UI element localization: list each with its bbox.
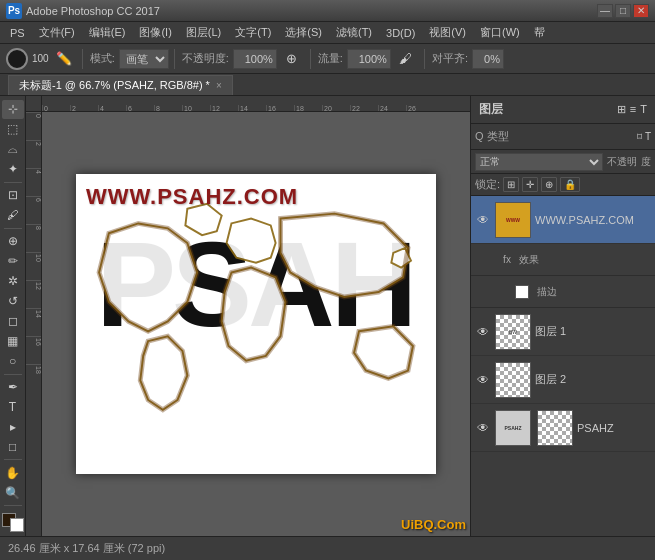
menu-3d[interactable]: 3D(D) bbox=[380, 25, 421, 41]
artwork-url-text: WWW.PSAHZ.COM bbox=[86, 184, 298, 210]
layer-info-psahz: PSAHZ bbox=[577, 422, 651, 434]
menu-view[interactable]: 视图(V) bbox=[423, 23, 472, 42]
brush-type-icon[interactable]: ✏️ bbox=[51, 46, 77, 72]
airbrush-icon[interactable]: 🖌 bbox=[393, 46, 419, 72]
menu-filter[interactable]: 滤镜(T) bbox=[330, 23, 378, 42]
layer-visibility-psahz[interactable]: 👁 bbox=[475, 420, 491, 436]
tool-path-select[interactable]: ▸ bbox=[2, 417, 24, 436]
artwork: WWW.PSAHZ.COM PSAH bbox=[76, 174, 436, 474]
tool-move[interactable]: ⊹ bbox=[2, 100, 24, 119]
stroke-label: 描边 bbox=[537, 285, 557, 299]
opacity-input[interactable] bbox=[233, 49, 277, 69]
tab-close-button[interactable]: × bbox=[216, 80, 222, 91]
tool-eyedropper[interactable]: 🖋 bbox=[2, 206, 24, 225]
menu-select[interactable]: 选择(S) bbox=[279, 23, 328, 42]
layer-name-2: 图层 2 bbox=[535, 372, 651, 387]
main-area: ⊹ ⬚ ⌓ ✦ ⊡ 🖋 ⊕ ✏ ✲ ↺ ◻ ▦ ○ ✒ T ▸ □ ✋ 🔍 bbox=[0, 96, 655, 536]
align-input[interactable] bbox=[472, 49, 504, 69]
rh-16: 16 bbox=[266, 105, 294, 112]
tool-gradient[interactable]: ▦ bbox=[2, 332, 24, 351]
layer-visibility-url[interactable]: 👁 bbox=[475, 212, 491, 228]
lock-pos-icon[interactable]: ✛ bbox=[522, 177, 538, 192]
menu-help[interactable]: 帮 bbox=[528, 23, 551, 42]
blend-mode-dropdown[interactable]: 正常 bbox=[475, 153, 603, 171]
layer-item-psahz[interactable]: 👁 PSAHZ PSAHZ bbox=[471, 404, 655, 452]
layer-item-url[interactable]: 👁 WWW WWW.PSAHZ.COM bbox=[471, 196, 655, 244]
tool-text[interactable]: T bbox=[2, 397, 24, 416]
rv-12: 12 bbox=[26, 280, 42, 308]
canvas-image[interactable]: WWW.PSAHZ.COM PSAH bbox=[76, 174, 436, 474]
tool-clone[interactable]: ✲ bbox=[2, 272, 24, 291]
close-button[interactable]: ✕ bbox=[633, 4, 649, 18]
layer-name-url: WWW.PSAHZ.COM bbox=[535, 214, 651, 226]
tool-marquee[interactable]: ⬚ bbox=[2, 120, 24, 139]
layers-icon-2[interactable]: ≡ bbox=[630, 103, 636, 116]
minimize-button[interactable]: — bbox=[597, 4, 613, 18]
layer-info-url: WWW.PSAHZ.COM bbox=[535, 214, 651, 226]
lock-pixels-icon[interactable]: ⊞ bbox=[503, 177, 519, 192]
layer-info-2: 图层 2 bbox=[535, 372, 651, 387]
tool-lasso[interactable]: ⌓ bbox=[2, 140, 24, 159]
background-color[interactable] bbox=[10, 518, 24, 532]
rh-14: 14 bbox=[238, 105, 266, 112]
tool-sep-5 bbox=[4, 505, 22, 506]
ruler-top: 0 2 4 6 8 10 12 14 16 18 20 22 24 26 bbox=[42, 96, 470, 112]
layer-item-2[interactable]: 👁 图层 2 bbox=[471, 356, 655, 404]
filter-icon-2[interactable]: T bbox=[645, 131, 651, 142]
flow-input[interactable] bbox=[347, 49, 391, 69]
menu-file[interactable]: 文件(F) bbox=[33, 23, 81, 42]
rv-4: 4 bbox=[26, 168, 42, 196]
menu-layer[interactable]: 图层(L) bbox=[180, 23, 227, 42]
layers-icon-3[interactable]: T bbox=[640, 103, 647, 116]
layer-visibility-1[interactable]: 👁 bbox=[475, 324, 491, 340]
blend-mode-select[interactable]: 画笔 bbox=[119, 49, 169, 69]
tool-magic-wand[interactable]: ✦ bbox=[2, 160, 24, 179]
layers-icon-1[interactable]: ⊞ bbox=[617, 103, 626, 116]
filter-icons: ⌑ T bbox=[637, 131, 651, 142]
rv-18: 18 bbox=[26, 364, 42, 392]
layers-blend-row: 正常 不透明 度 bbox=[471, 150, 655, 174]
tool-heal[interactable]: ⊕ bbox=[2, 232, 24, 251]
window-controls: — □ ✕ bbox=[597, 4, 649, 18]
lock-lock-icon[interactable]: 🔒 bbox=[560, 177, 580, 192]
tool-pen[interactable]: ✒ bbox=[2, 377, 24, 396]
tab-title: 未标题-1 @ 66.7% (PSAHZ, RGB/8#) * bbox=[19, 78, 210, 93]
menu-image[interactable]: 图像(I) bbox=[133, 23, 177, 42]
menu-bar: PS 文件(F) 编辑(E) 图像(I) 图层(L) 文字(T) 选择(S) 滤… bbox=[0, 22, 655, 44]
tool-hand[interactable]: ✋ bbox=[2, 463, 24, 482]
filter-label: Q 类型 bbox=[475, 129, 509, 144]
tool-zoom[interactable]: 🔍 bbox=[2, 483, 24, 502]
opacity-label-layers: 不透明 bbox=[607, 155, 637, 169]
menu-ps[interactable]: PS bbox=[4, 25, 31, 41]
menu-window[interactable]: 窗口(W) bbox=[474, 23, 526, 42]
opacity-label: 不透明度: bbox=[182, 51, 229, 66]
rv-6: 6 bbox=[26, 196, 42, 224]
tool-dodge[interactable]: ○ bbox=[2, 352, 24, 371]
layer-sub-effects[interactable]: fx 效果 bbox=[471, 244, 655, 276]
tool-brush[interactable]: ✏ bbox=[2, 252, 24, 271]
app-icon: Ps bbox=[6, 3, 22, 19]
tool-sep-1 bbox=[4, 182, 22, 183]
filter-icon-1[interactable]: ⌑ bbox=[637, 131, 642, 142]
layer-visibility-2[interactable]: 👁 bbox=[475, 372, 491, 388]
color-swatches bbox=[2, 513, 24, 532]
document-tab[interactable]: 未标题-1 @ 66.7% (PSAHZ, RGB/8#) * × bbox=[8, 75, 233, 95]
pressure-icon[interactable]: ⊕ bbox=[279, 46, 305, 72]
layer-item-1[interactable]: 👁 BW 图层 1 bbox=[471, 308, 655, 356]
layers-lock-row: 锁定: ⊞ ✛ ⊕ 🔒 bbox=[471, 174, 655, 196]
layer-info-1: 图层 1 bbox=[535, 324, 651, 339]
separator-3 bbox=[310, 49, 311, 69]
tool-sep-3 bbox=[4, 374, 22, 375]
menu-text[interactable]: 文字(T) bbox=[229, 23, 277, 42]
maximize-button[interactable]: □ bbox=[615, 4, 631, 18]
tool-sep-2 bbox=[4, 228, 22, 229]
layer-sub-stroke[interactable]: 描边 bbox=[471, 276, 655, 308]
tool-history-brush[interactable]: ↺ bbox=[2, 292, 24, 311]
lock-all-icon[interactable]: ⊕ bbox=[541, 177, 557, 192]
tool-shape[interactable]: □ bbox=[2, 437, 24, 456]
brush-preset-icon[interactable] bbox=[4, 46, 30, 72]
menu-edit[interactable]: 编辑(E) bbox=[83, 23, 132, 42]
rh-10: 10 bbox=[182, 105, 210, 112]
tool-crop[interactable]: ⊡ bbox=[2, 186, 24, 205]
tool-eraser[interactable]: ◻ bbox=[2, 312, 24, 331]
